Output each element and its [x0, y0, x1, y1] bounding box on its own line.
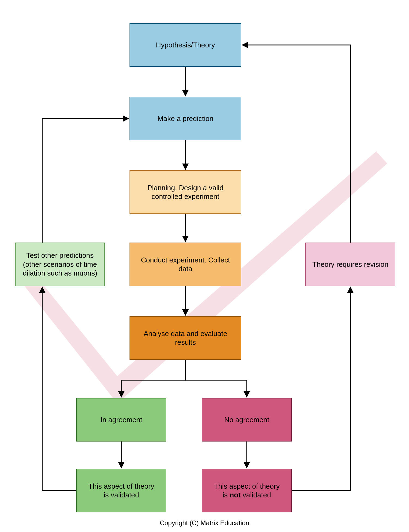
node-label: No agreement [224, 415, 269, 424]
node-label: Analyse data and evaluate results [134, 329, 237, 347]
node-in-agreement: In agreement [76, 398, 166, 442]
node-revision: Theory requires revision [305, 243, 395, 286]
copyright-text: Copyright (C) Matrix Education [0, 519, 409, 527]
node-label: Hypothesis/Theory [156, 41, 215, 50]
node-not-validated: This aspect of theory is not validated [202, 469, 292, 512]
node-planning: Planning. Design a valid controlled expe… [130, 170, 241, 214]
node-hypothesis: Hypothesis/Theory [130, 23, 241, 67]
node-validated: This aspect of theory is validated [76, 469, 166, 512]
node-label: Make a prediction [157, 114, 213, 123]
node-conduct: Conduct experiment. Collect data [130, 243, 241, 286]
node-test-other: Test other predictions (other scenarios … [15, 243, 105, 286]
flowchart-canvas: Hypothesis/Theory Make a prediction Plan… [0, 0, 409, 532]
node-label: Test other predictions (other scenarios … [19, 251, 101, 278]
node-analyse: Analyse data and evaluate results [130, 316, 241, 360]
node-label: Conduct experiment. Collect data [134, 256, 237, 273]
node-label: Planning. Design a valid controlled expe… [134, 183, 237, 201]
node-label: Theory requires revision [312, 260, 389, 269]
node-label: This aspect of theory is validated [88, 482, 154, 500]
node-prediction: Make a prediction [130, 97, 241, 140]
node-no-agreement: No agreement [202, 398, 292, 442]
node-label: In agreement [100, 415, 142, 424]
node-label: This aspect of theory is not validated [214, 482, 279, 500]
